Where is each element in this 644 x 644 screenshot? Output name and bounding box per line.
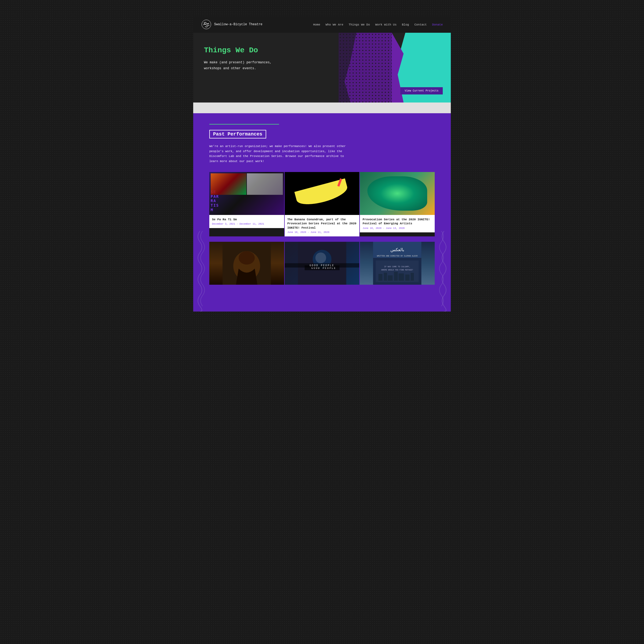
nav-contact[interactable]: Contact <box>414 23 427 26</box>
past-performances-title: Past Performances <box>213 131 262 137</box>
squiggle-left <box>193 231 207 312</box>
hero-title: Things We Do <box>204 46 322 54</box>
card-title-banana: The Banana Conundrum, part of the Provoc… <box>287 218 357 230</box>
card-info-provocation: Provocation Series at the 2020 IGNITE! F… <box>360 215 435 232</box>
hero-section: Things We Do We make (and present) perfo… <box>193 33 451 103</box>
card-image-arabic: بالعكس WRITTEN AND DIRECTED BY SLEMAN AL… <box>360 242 435 285</box>
past-title-box: Past Performances <box>209 130 266 138</box>
squiggle-right <box>437 231 451 312</box>
svg-point-8 <box>315 253 326 263</box>
nav-home[interactable]: Home <box>313 23 320 26</box>
navbar: Swallow-a-Bicycle Theatre Home Who We Ar… <box>193 16 451 33</box>
svg-rect-18 <box>379 274 383 281</box>
separator <box>193 103 451 113</box>
svg-rect-23 <box>405 275 410 281</box>
card-arabic[interactable]: بالعكس WRITTEN AND DIRECTED BY SLEMAN AL… <box>360 242 435 285</box>
cards-grid-row1: Se Pa Ra Ti Sm December 3, 2021 - Decemb… <box>209 172 435 236</box>
svg-rect-22 <box>399 273 404 281</box>
card-image-provocation <box>360 172 435 215</box>
svg-text:IF WAX CAME TO CALGARY,: IF WAX CAME TO CALGARY, <box>384 266 410 268</box>
card-separatism[interactable]: Se Pa Ra Ti Sm December 3, 2021 - Decemb… <box>209 172 284 236</box>
card-date-banana: June 10, 2020 - June 11, 2020 <box>287 231 357 234</box>
svg-point-0 <box>202 20 211 29</box>
brand: Swallow-a-Bicycle Theatre <box>201 19 262 30</box>
svg-text:GOOD    PEOPLE: GOOD PEOPLE <box>311 267 336 269</box>
nav-blog[interactable]: Blog <box>402 23 409 26</box>
card-title-separatism: Se Pa Ra Ti Sm <box>212 218 281 222</box>
svg-point-1 <box>204 23 205 24</box>
nav-donate[interactable]: Donate <box>432 23 443 26</box>
sep-box-1 <box>211 173 246 195</box>
card-date-separatism: December 3, 2021 - December 11, 2021 <box>212 223 281 225</box>
past-section-inner: Past Performances We're an artist-run or… <box>193 113 451 295</box>
nav-links: Home Who We Are Things We Do Work With U… <box>313 22 443 27</box>
card-good-people[interactable]: GOOD PEOPLE <box>285 242 360 285</box>
nav-things-we-do[interactable]: Things We Do <box>349 23 370 26</box>
card-image-dark-costume <box>209 242 284 285</box>
svg-text:WRITTEN AND DIRECTED BY SLEMAN: WRITTEN AND DIRECTED BY SLEMAN ALDIR <box>377 255 418 257</box>
hero-visual: View Current Projects <box>333 33 451 103</box>
card-banana[interactable]: The Banana Conundrum, part of the Provoc… <box>285 172 360 236</box>
sep-box-2 <box>247 173 283 195</box>
cards-grid-row2: GOOD PEOPLE بالعكس WRITTEN AND DIRECTED … <box>209 242 435 285</box>
card-image-good-people: GOOD PEOPLE <box>285 242 360 285</box>
svg-point-5 <box>239 251 255 265</box>
arabic-svg: بالعكس WRITTEN AND DIRECTED BY SLEMAN AL… <box>360 242 435 285</box>
card-image-separatism <box>209 172 284 215</box>
card-dark-costume[interactable] <box>209 242 284 285</box>
card-info-banana: The Banana Conundrum, part of the Provoc… <box>285 215 360 236</box>
card-info-separatism: Se Pa Ra Ti Sm December 3, 2021 - Decemb… <box>209 215 284 228</box>
dots-overlay <box>339 33 392 103</box>
card-provocation[interactable]: Provocation Series at the 2020 IGNITE! F… <box>360 172 435 236</box>
svg-text:WHERE WOULD YOU FIND REFUGE?: WHERE WOULD YOU FIND REFUGE? <box>382 269 413 271</box>
svg-rect-19 <box>384 273 387 281</box>
good-people-svg: GOOD PEOPLE <box>285 242 360 285</box>
svg-rect-6 <box>298 242 346 285</box>
past-divider <box>209 124 279 125</box>
past-performances-desc: We're an artist-run organization; we mak… <box>209 144 354 164</box>
past-performances-section: Past Performances We're an artist-run or… <box>193 113 451 312</box>
svg-rect-21 <box>394 272 398 281</box>
nav-who-we-are[interactable]: Who We Are <box>325 23 343 26</box>
view-projects-button[interactable]: View Current Projects <box>400 87 443 94</box>
nav-work-with-us[interactable]: Work With Us <box>375 23 397 26</box>
logo-icon <box>201 19 211 30</box>
card-image-banana <box>285 172 360 215</box>
svg-rect-20 <box>388 275 393 281</box>
brand-name: Swallow-a-Bicycle Theatre <box>214 23 262 26</box>
card-title-provocation: Provocation Series at the 2020 IGNITE! F… <box>363 218 432 226</box>
dark-costume-svg <box>209 242 284 285</box>
hero-content: Things We Do We make (and present) perfo… <box>193 33 333 103</box>
hero-description: We make (and present) performances,works… <box>204 60 322 71</box>
svg-point-2 <box>207 23 208 24</box>
svg-rect-24 <box>411 273 414 281</box>
card-date-provocation: June 10, 2020 - June 13, 2020 <box>363 227 432 230</box>
svg-text:بالعكس: بالعكس <box>390 247 404 252</box>
